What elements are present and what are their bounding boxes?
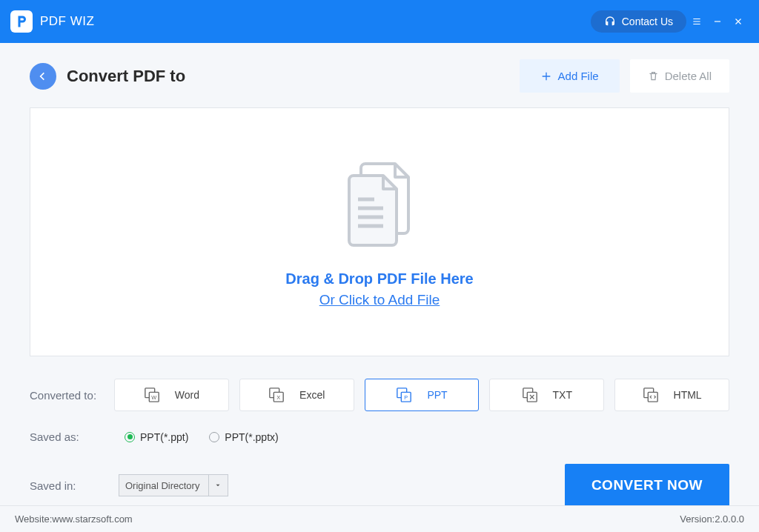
saveas-label: Saved as: [30,430,104,443]
contact-us-button[interactable]: Contact Us [591,10,686,33]
svg-text:P: P [405,394,408,401]
drop-zone[interactable]: Drag & Drop PDF File Here Or Click to Ad… [30,107,729,356]
format-row: Converted to: W Word X Excel P PPT TXT H… [30,379,729,411]
website-label: Website: [15,513,52,525]
radio-pptx[interactable]: PPT(*.pptx) [209,431,278,443]
minimize-button[interactable] [707,0,728,43]
back-button[interactable] [30,63,56,90]
version-label: Version: [680,513,715,525]
savedin-label: Saved in: [30,479,104,492]
headset-icon [604,16,616,27]
radio-ppt[interactable]: PPT(*.ppt) [125,431,188,443]
app-logo [10,10,33,33]
saveas-row: Saved as: PPT(*.ppt) PPT(*.pptx) [30,430,729,443]
trash-icon [648,70,659,82]
format-excel-button[interactable]: X Excel [239,379,354,411]
format-txt-button[interactable]: TXT [489,379,604,411]
chevron-down-icon [208,475,222,496]
page-header: Convert PDF to Add File Delete All [30,59,729,93]
radio-indicator-icon [209,432,219,442]
converted-to-label: Converted to: [30,389,104,402]
plus-icon [540,70,552,82]
saved-in-select[interactable]: Original Directory [119,474,228,496]
close-button[interactable] [728,0,749,43]
drop-text-secondary: Or Click to Add File [319,292,440,308]
page-title: Convert PDF to [67,67,509,86]
drop-text-primary: Drag & Drop PDF File Here [285,270,473,287]
version-value: 2.0.0.0 [715,513,744,525]
svg-text:W: W [151,394,156,401]
app-title: PDF WIZ [40,14,94,29]
menu-button[interactable] [686,0,707,43]
title-bar: PDF WIZ Contact Us [0,0,759,43]
format-html-button[interactable]: HTML [614,379,729,411]
bottom-row: Saved in: Original Directory CONVERT NOW [30,464,729,507]
add-file-button[interactable]: Add File [520,59,620,93]
footer: Website: www.starzsoft.com Version: 2.0.… [0,505,759,532]
delete-all-button[interactable]: Delete All [630,59,729,93]
documents-icon [331,156,428,256]
svg-rect-12 [648,392,657,402]
svg-text:X: X [276,394,280,401]
word-icon: W [144,387,160,403]
convert-now-button[interactable]: CONVERT NOW [565,464,729,507]
format-word-button[interactable]: W Word [114,379,229,411]
excel-icon: X [268,387,285,403]
format-ppt-button[interactable]: P PPT [365,379,480,411]
ppt-icon: P [396,387,412,403]
radio-indicator-icon [125,432,135,442]
txt-icon [522,387,538,403]
html-icon [643,387,659,403]
website-link[interactable]: www.starzsoft.com [52,513,132,525]
